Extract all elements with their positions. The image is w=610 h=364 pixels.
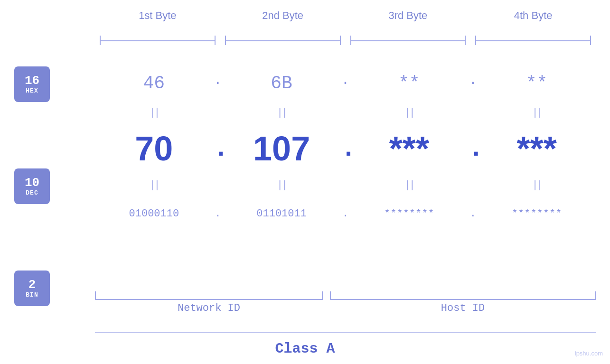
- dec-value-4: ***: [517, 130, 557, 168]
- dec-cell-2: 107: [223, 131, 341, 166]
- bin-name: BIN: [26, 291, 38, 299]
- hex-cell-2: 6B: [223, 73, 341, 93]
- hex-dot-3: ·: [468, 75, 478, 91]
- hex-badge: 16 HEX: [14, 66, 50, 102]
- bin-cell-4: ********: [478, 208, 596, 220]
- bin-cell-3: ********: [350, 208, 469, 220]
- bin-value-4: ********: [512, 208, 562, 220]
- bin-value-1: 01000110: [129, 208, 179, 220]
- hex-cell-4: **: [478, 73, 596, 93]
- dec-value-2: 107: [253, 130, 310, 168]
- sep-4: ||: [478, 107, 596, 119]
- bracket-1: [100, 36, 216, 45]
- bin-value-2: 01101011: [256, 208, 307, 220]
- sep-7: ||: [350, 179, 469, 191]
- class-label: Class A: [0, 341, 610, 357]
- hex-dot-2: ·: [341, 75, 350, 91]
- bin-cell-2: 01101011: [223, 208, 341, 220]
- sep-row-1: || || || ||: [95, 104, 596, 121]
- bin-value-3: ********: [384, 208, 434, 220]
- hex-value-2: 6B: [271, 73, 292, 93]
- network-id-label: Network ID: [95, 302, 323, 314]
- byte-4-header: 4th Byte: [470, 9, 596, 22]
- base-labels: 16 HEX 10 DEC 2 BIN: [14, 66, 50, 306]
- hex-cell-1: 46: [95, 73, 213, 93]
- sep-2: ||: [223, 107, 341, 119]
- dec-badge: 10 DEC: [14, 168, 50, 204]
- byte-headers: 1st Byte 2nd Byte 3rd Byte 4th Byte: [95, 9, 596, 22]
- bin-dot-2: .: [341, 208, 350, 220]
- byte-3-header: 3rd Byte: [346, 9, 471, 22]
- dec-number: 10: [25, 176, 39, 190]
- main-container: 1st Byte 2nd Byte 3rd Byte 4th Byte 16 H…: [0, 0, 610, 364]
- network-bracket: [95, 291, 323, 300]
- bin-dot-1: .: [213, 208, 223, 220]
- sep-6: ||: [223, 179, 341, 191]
- byte-2-header: 2nd Byte: [220, 9, 346, 22]
- hex-name: HEX: [26, 87, 38, 94]
- dec-name: DEC: [26, 189, 38, 196]
- dec-cell-4: ***: [478, 131, 596, 166]
- dec-value-1: 70: [135, 130, 173, 168]
- dec-cell-3: ***: [350, 131, 469, 166]
- hex-value-1: 46: [143, 73, 165, 93]
- dec-row: 70 . 107 . *** . ***: [95, 122, 596, 175]
- dec-dot-3: .: [468, 134, 478, 164]
- top-brackets: [95, 36, 596, 45]
- dec-dot-2: .: [341, 134, 350, 164]
- bin-dot-3: .: [468, 208, 478, 220]
- bin-badge: 2 BIN: [14, 271, 50, 306]
- host-id-label: Host ID: [330, 302, 596, 314]
- sep-5: ||: [95, 179, 213, 191]
- hex-cell-3: **: [350, 73, 469, 93]
- sep-3: ||: [350, 107, 469, 119]
- hex-dot-1: ·: [213, 75, 223, 91]
- hex-row: 46 · 6B · ** · **: [95, 64, 596, 102]
- host-bracket: [330, 291, 596, 300]
- sep-8: ||: [478, 179, 596, 191]
- bottom-divider: [95, 332, 596, 333]
- dec-cell-1: 70: [95, 131, 213, 166]
- dec-value-3: ***: [389, 130, 429, 168]
- bracket-3: [350, 36, 466, 45]
- bracket-4: [475, 36, 591, 45]
- dec-dot-1: .: [213, 134, 223, 164]
- bracket-2: [225, 36, 341, 45]
- watermark: ipshu.com: [575, 350, 603, 357]
- hex-number: 16: [25, 74, 39, 88]
- bin-number: 2: [28, 278, 36, 292]
- sep-1: ||: [95, 107, 213, 119]
- hex-value-3: **: [398, 73, 420, 93]
- hex-value-4: **: [526, 73, 548, 93]
- bin-row: 01000110 . 01101011 . ******** . *******…: [95, 195, 596, 233]
- byte-1-header: 1st Byte: [95, 9, 220, 22]
- bin-cell-1: 01000110: [95, 208, 213, 220]
- sep-row-2: || || || ||: [95, 177, 596, 194]
